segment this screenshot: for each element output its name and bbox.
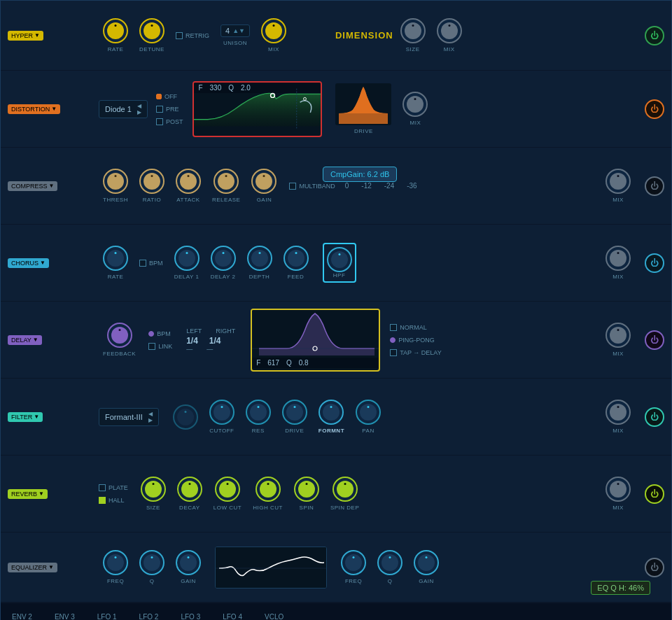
reverb-decay-knob[interactable] (177, 477, 202, 502)
reverb-spin-knob[interactable] (294, 477, 319, 502)
reverb-size-knob[interactable] (141, 477, 166, 502)
delay-mix-knob[interactable] (606, 323, 631, 348)
delay-filter-display[interactable]: F 617 Q 0.8 (251, 309, 380, 372)
eq-freq2-knob[interactable] (341, 550, 366, 575)
reverb-hall-option[interactable]: HALL (99, 497, 128, 504)
dimension-size-knob[interactable] (400, 18, 426, 43)
filter-model-select[interactable]: Formant-III ◀ ▶ (99, 408, 159, 426)
dimension-mix-knob[interactable] (437, 18, 462, 43)
compress-thresh-knob[interactable] (103, 169, 128, 194)
chorus-rate-knob[interactable] (103, 246, 128, 271)
filter-mix-knob[interactable] (606, 400, 631, 425)
delay-link-checkbox[interactable]: LINK (148, 343, 172, 350)
reverb-highcut-knob[interactable] (255, 477, 281, 502)
filter-extra1-knob[interactable] (173, 404, 198, 430)
distortion-power-button[interactable]: ⏻ (645, 99, 664, 119)
distortion-off-box[interactable] (156, 94, 162, 99)
distortion-pre-box[interactable] (156, 106, 163, 113)
delay-normal-option[interactable]: NORMAL (390, 324, 442, 331)
hyper-power-button[interactable]: ⏻ (645, 26, 664, 45)
hyper-rate-knob[interactable] (103, 18, 128, 43)
hyper-retrig-checkbox[interactable]: RETRIG (176, 32, 209, 39)
delay-pingpong-dot[interactable] (390, 337, 396, 343)
filter-pan-knob[interactable] (356, 400, 381, 425)
distortion-mix-knob[interactable] (402, 92, 428, 117)
bottom-tab-lfo3[interactable]: LFO 3 (176, 612, 204, 620)
hyper-detune-knob[interactable] (139, 18, 164, 43)
chorus-hpf-knob[interactable] (327, 247, 352, 272)
delay-normal-box[interactable] (390, 324, 397, 331)
eq-gain2-knob[interactable] (414, 550, 439, 575)
reverb-button[interactable]: REVERB ▼ (8, 489, 48, 499)
filter-model-arrows[interactable]: ◀ ▶ (148, 411, 153, 423)
delay-tap-box[interactable] (390, 349, 397, 356)
delay-link-box[interactable] (148, 343, 155, 350)
delay-tap-option[interactable]: TAP → DELAY (390, 349, 442, 356)
delay-bpm-dot[interactable] (148, 331, 154, 337)
distortion-pre-option[interactable]: PRE (156, 106, 183, 113)
filter-power-button[interactable]: ⏻ (645, 407, 664, 427)
hyper-unison-display[interactable]: 4 ▲▼ (220, 24, 250, 37)
bottom-tab-lfo2[interactable]: LFO 2 (135, 612, 163, 620)
delay-bpm-checkbox[interactable]: BPM (148, 330, 172, 337)
chorus-bpm-box[interactable] (139, 260, 146, 267)
bottom-tab-env3[interactable]: ENV 3 (50, 612, 79, 620)
compress-gain-knob[interactable] (251, 169, 276, 194)
reverb-spindep-knob[interactable] (332, 477, 358, 502)
distortion-off-option[interactable]: OFF (156, 93, 183, 100)
delay-pingpong-option[interactable]: PING-PONG (390, 337, 442, 344)
compress-ratio-knob[interactable] (139, 169, 164, 194)
hyper-retrig-box[interactable] (176, 32, 183, 39)
chorus-bpm-checkbox[interactable]: BPM (139, 260, 163, 267)
chorus-power-button[interactable]: ⏻ (645, 253, 664, 273)
hyper-mix-knob[interactable] (261, 18, 286, 43)
filter-next-arrow[interactable]: ▶ (148, 417, 153, 423)
reverb-plate-box[interactable] (99, 484, 106, 491)
distortion-model-select[interactable]: Diode 1 ◀ ▶ (99, 100, 148, 118)
hyper-button[interactable]: HYPER ▼ (8, 31, 43, 41)
compress-button[interactable]: COMPRESS ▼ (8, 181, 57, 191)
bottom-tab-lfo1[interactable]: LFO 1 (93, 612, 121, 620)
bottom-tab-env2[interactable]: ENV 2 (8, 612, 36, 620)
hyper-unison-arrow[interactable]: ▲▼ (232, 27, 245, 34)
distortion-post-option[interactable]: POST (156, 118, 183, 125)
compress-mix-knob[interactable] (606, 169, 631, 194)
filter-formnt-knob[interactable] (318, 400, 344, 425)
filter-button[interactable]: FILTER ▼ (8, 412, 43, 422)
chorus-depth-knob[interactable] (247, 246, 272, 271)
distortion-filter-display[interactable]: F 330 Q 2.0 (192, 81, 322, 137)
distortion-post-box[interactable] (156, 118, 163, 125)
distortion-model-arrows[interactable]: ◀ ▶ (137, 103, 141, 115)
eq-freq-knob[interactable] (103, 550, 128, 575)
chorus-mix-knob[interactable] (606, 246, 631, 271)
distortion-prev-arrow[interactable]: ◀ (137, 103, 141, 109)
compress-power-button[interactable]: ⏻ (645, 176, 664, 196)
reverb-plate-option[interactable]: PLATE (99, 484, 128, 491)
filter-cutoff-knob[interactable] (209, 400, 234, 425)
eq-gain-knob[interactable] (176, 550, 201, 575)
reverb-power-button[interactable]: ⏻ (645, 484, 664, 504)
bottom-tab-vclo[interactable]: VCLO (260, 612, 288, 620)
compress-multiband-box[interactable] (289, 183, 296, 190)
chorus-delay1-knob[interactable] (174, 246, 200, 271)
filter-prev-arrow[interactable]: ◀ (148, 411, 153, 417)
eq-display[interactable] (215, 547, 327, 589)
distortion-button[interactable]: DISTORTION ▼ (8, 104, 60, 114)
filter-drive-knob[interactable] (282, 400, 307, 425)
equalizer-power-button[interactable]: ⏻ (645, 558, 664, 577)
distortion-next-arrow[interactable]: ▶ (137, 109, 141, 115)
reverb-lowcut-knob[interactable] (215, 477, 240, 502)
compress-release-knob[interactable] (214, 169, 239, 194)
equalizer-button[interactable]: EQUALIZER ▼ (8, 563, 57, 572)
eq-q2-knob[interactable] (377, 550, 402, 575)
compress-multiband-checkbox[interactable]: MULTIBAND (289, 183, 335, 190)
reverb-mix-knob[interactable] (606, 477, 631, 502)
delay-feedback-knob[interactable] (107, 323, 132, 348)
chorus-delay2-knob[interactable] (211, 246, 236, 271)
chorus-button[interactable]: CHORUS ▼ (8, 258, 49, 268)
filter-res-knob[interactable] (246, 400, 271, 425)
reverb-hall-box[interactable] (99, 497, 106, 504)
delay-button[interactable]: DELAY ▼ (8, 335, 42, 345)
compress-attack-knob[interactable] (176, 169, 201, 194)
eq-q-knob[interactable] (139, 550, 164, 575)
